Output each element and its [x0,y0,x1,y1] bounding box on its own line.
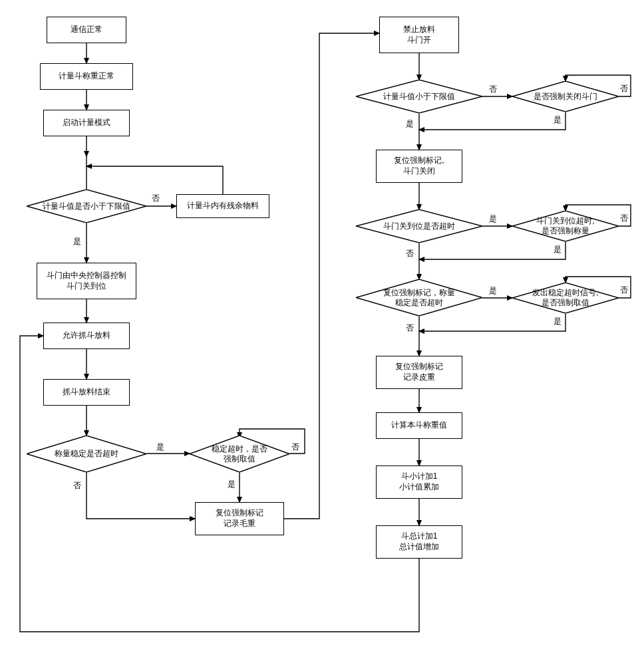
label-yes: 是 [489,213,497,225]
text: 是否强制关闭斗门 [524,92,607,102]
label-no: 否 [489,84,497,95]
label-yes: 是 [554,114,562,126]
text: 复位强制标记, 斗门关闭 [394,156,444,176]
decision-stable-timeout: 称量稳定是否超时 [27,436,146,472]
decision-force-value-left: 稳定超时，是否 强制取值 [190,436,289,472]
text: 计量斗值小于下限值 [374,92,464,102]
label-no: 否 [620,285,628,296]
decision-close-timeout: 斗门关到位是否超时 [356,209,482,243]
node-record-gross: 复位强制标记 记录毛重 [195,502,284,535]
decision-reset-stable-timeout: 复位强制标记，称量 稳定是否超时 [356,279,482,316]
text: 稳定超时，是否 强制取值 [202,444,277,464]
label-no: 否 [406,323,414,334]
label-yes: 是 [554,316,562,327]
text: 计量斗值是否小于下限值 [33,201,140,211]
label-yes: 是 [554,244,562,255]
text: 计量斗内有残余物料 [187,201,259,211]
decision-force-value-right: 发出稳定超时信号, 是否强制取值 [512,283,619,313]
node-no-discharge-open: 禁止放料 斗门开 [379,17,459,53]
label-yes: 是 [489,285,497,297]
decision-force-weigh: 斗门关到位超时, 是否强制称量 [512,211,619,241]
label-yes: 是 [406,118,414,130]
text: 允许抓斗放料 [63,331,110,341]
node-start-mode: 启动计量模式 [43,110,130,136]
text: 发出稳定超时信号, 是否强制取值 [523,288,607,308]
text: 斗门关到位超时, 是否强制称量 [527,216,603,236]
node-record-tare: 复位强制标记 记录皮重 [376,356,462,389]
label-no: 否 [291,442,299,453]
text: 斗总计加1 总计值增加 [399,531,439,552]
label-no: 否 [620,213,628,224]
text: 抓斗放料结束 [63,387,110,398]
text: 复位强制标记，称量 稳定是否超时 [374,288,464,308]
text: 通信正常 [71,25,102,35]
text: 启动计量模式 [63,118,110,128]
text: 称量稳定是否超时 [45,449,128,459]
flowchart-canvas: 通信正常 计量斗称重正常 启动计量模式 计量斗值是否小于下限值 计量斗内有残余物… [7,7,637,658]
node-comm-normal: 通信正常 [47,17,126,43]
label-no: 否 [152,193,160,204]
label-yes: 是 [228,479,236,490]
label-yes: 是 [156,442,164,453]
node-door-close-ctrl: 斗门由中央控制器控制 斗门关到位 [37,263,136,299]
text: 复位强制标记 记录皮重 [395,362,443,382]
text: 斗小计加1 小计值累加 [399,471,439,492]
label-no: 否 [406,248,414,259]
node-total-inc: 斗总计加1 总计值增加 [376,525,462,559]
text: 计量斗称重正常 [59,71,114,82]
node-reset-close: 复位强制标记, 斗门关闭 [376,150,462,183]
text: 斗门关到位是否超时 [374,221,464,231]
label-no: 否 [73,480,81,491]
node-subtotal-inc: 斗小计加1 小计值累加 [376,466,462,499]
text: 斗门由中央控制器控制 斗门关到位 [47,271,126,291]
text: 计算本斗称重值 [391,420,447,431]
decision-lower-limit: 计量斗值是否小于下限值 [27,190,146,223]
label-no: 否 [620,83,628,94]
node-residual: 计量斗内有残余物料 [176,194,269,218]
text: 复位强制标记 记录毛重 [216,508,263,529]
node-allow-discharge: 允许抓斗放料 [43,323,130,349]
label-yes: 是 [73,236,81,247]
node-weigh-normal: 计量斗称重正常 [40,63,133,90]
decision-force-close-door: 是否强制关闭斗门 [512,81,619,112]
node-discharge-done: 抓斗放料结束 [43,379,130,406]
decision-r-lower-limit: 计量斗值小于下限值 [356,80,482,113]
text: 禁止放料 斗门开 [403,25,435,45]
node-calc-weight: 计算本斗称重值 [376,412,462,439]
